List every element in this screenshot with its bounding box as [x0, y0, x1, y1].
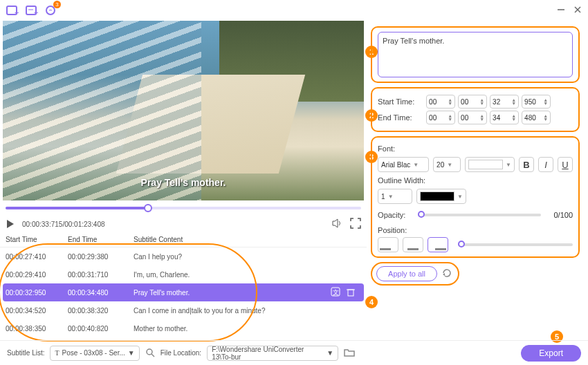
position-label: Position:: [378, 226, 573, 234]
italic-button[interactable]: I: [538, 157, 553, 172]
subtitle-text-input[interactable]: Pray Tell's mother.: [378, 32, 573, 77]
add-video-icon[interactable]: +: [6, 3, 19, 17]
play-button[interactable]: [6, 219, 15, 229]
end-ms[interactable]: 480▲▼: [522, 111, 551, 124]
col-start: Start Time: [6, 236, 68, 243]
subtitle-rows: 00:00:27:41000:00:29:380Can I help you? …: [0, 247, 367, 337]
bold-button[interactable]: B: [519, 157, 534, 172]
outline-label: Outline Width:: [378, 176, 573, 185]
start-m[interactable]: 00▲▼: [458, 95, 487, 109]
end-m[interactable]: 00▲▼: [458, 111, 487, 124]
subtitle-list-label: Subtitle List:: [7, 349, 44, 357]
callout-marker: 4: [365, 296, 378, 308]
top-toolbar: + + 3: [0, 0, 588, 21]
outline-width-select[interactable]: 1▼: [378, 189, 412, 204]
end-s[interactable]: 34▲▼: [490, 111, 519, 124]
opacity-slider[interactable]: [418, 214, 541, 216]
export-button[interactable]: Export: [521, 345, 581, 362]
position-right[interactable]: [428, 237, 448, 252]
position-left[interactable]: [378, 237, 398, 252]
start-time-label: Start Time:: [378, 97, 425, 106]
file-location-label: File Location:: [160, 349, 201, 357]
subtitle-overlay: Pray Tell's mother.: [3, 177, 364, 188]
file-location-select[interactable]: F:\Wondershare UniConverter 13\To-bur▼: [207, 346, 338, 361]
font-name-select[interactable]: Arial Blac▼: [378, 157, 429, 172]
col-content: Subtitle Content: [134, 236, 361, 243]
fullscreen-icon[interactable]: [350, 218, 361, 230]
add-subtitle-icon[interactable]: +: [25, 3, 39, 17]
volume-icon[interactable]: [332, 218, 343, 230]
svg-marker-9: [7, 220, 14, 228]
time-box: Start Time: 00▲▼ 00▲▼ 32▲▼ 950▲▼ End Tim…: [371, 87, 580, 132]
search-icon[interactable]: [145, 348, 155, 359]
opacity-value: 0/100: [545, 211, 573, 219]
start-s[interactable]: 32▲▼: [490, 95, 519, 109]
font-label: Font:: [378, 144, 573, 153]
table-row[interactable]: 00:00:32:95000:00:34:480Pray Tell's moth…: [3, 283, 364, 301]
subtitle-table-header: Start Time End Time Subtitle Content: [0, 232, 367, 247]
svg-line-17: [151, 354, 154, 357]
svg-text:+: +: [34, 8, 38, 17]
svg-text:文: 文: [333, 289, 339, 296]
underline-button[interactable]: U: [558, 157, 573, 172]
font-size-select[interactable]: 20▼: [433, 157, 461, 172]
timeline[interactable]: [0, 200, 367, 216]
folder-icon[interactable]: [344, 348, 355, 359]
table-row[interactable]: 00:00:34:52000:00:38:320Can I come in an…: [3, 301, 364, 319]
start-h[interactable]: 00▲▼: [426, 95, 455, 109]
style-box: Font: Arial Blac▼ 20▼ ▼ B I U Outline Wi…: [371, 136, 580, 258]
table-row[interactable]: 00:00:27:41000:00:29:380Can I help you?: [3, 247, 364, 265]
svg-marker-15: [443, 273, 445, 276]
svg-rect-13: [348, 290, 353, 296]
opacity-label: Opacity:: [378, 211, 414, 219]
delete-icon[interactable]: [346, 287, 356, 298]
col-end: End Time: [68, 236, 134, 243]
playback-time: 00:00:33:715/00:01:23:408: [22, 221, 105, 228]
svg-marker-10: [333, 219, 338, 227]
svg-point-5: [46, 6, 55, 15]
badge: 3: [53, 1, 61, 8]
subtitle-list-select[interactable]: TPose - 03x08 - Ser...▼: [50, 346, 139, 361]
close-icon[interactable]: [573, 5, 582, 16]
outline-color-select[interactable]: ▼: [416, 189, 466, 204]
translate-icon[interactable]: 文: [331, 287, 340, 298]
video-preview[interactable]: Pray Tell's mother.: [3, 21, 364, 200]
footer: Subtitle List: TPose - 03x08 - Ser...▼ F…: [0, 340, 588, 365]
position-center[interactable]: [403, 237, 423, 252]
svg-point-16: [147, 349, 152, 355]
playhead[interactable]: [144, 204, 152, 212]
end-h[interactable]: 00▲▼: [426, 111, 455, 124]
auto-subtitle-icon[interactable]: 3: [44, 3, 58, 17]
reset-icon[interactable]: [441, 268, 454, 280]
position-slider[interactable]: [458, 243, 573, 246]
apply-box: Apply to all: [371, 262, 459, 286]
subtitle-text-box: Pray Tell's mother.: [371, 26, 580, 83]
table-row[interactable]: 00:00:38:35000:00:40:820Mother to mother…: [3, 319, 364, 337]
minimize-icon[interactable]: [556, 5, 566, 16]
apply-to-all-button[interactable]: Apply to all: [376, 266, 437, 281]
svg-text:+: +: [15, 8, 19, 17]
table-row[interactable]: 00:00:29:41000:00:31:710I'm, um, Charlen…: [3, 265, 364, 283]
font-color-select[interactable]: ▼: [465, 157, 515, 172]
start-ms[interactable]: 950▲▼: [522, 95, 551, 109]
end-time-label: End Time:: [378, 113, 425, 122]
